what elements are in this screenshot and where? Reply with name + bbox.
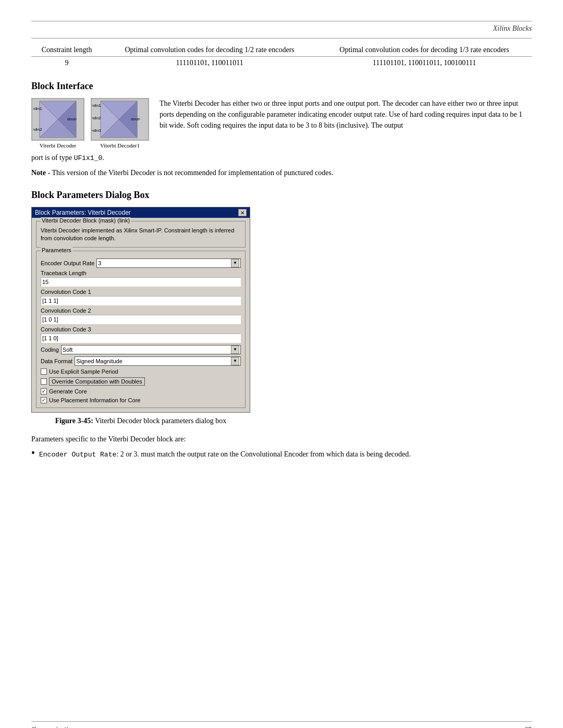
block-interface-heading: Block Interface bbox=[31, 81, 532, 92]
conv-code3-input[interactable] bbox=[41, 334, 241, 343]
coding-label: Coding bbox=[41, 347, 59, 353]
footer-right: 69 bbox=[525, 725, 532, 728]
params-intro: Parameters specific to the Viterbi Decod… bbox=[31, 434, 532, 445]
decoder1-label: Viterbi Decoder bbox=[40, 142, 77, 149]
traceback-length-input[interactable] bbox=[41, 277, 241, 287]
note-bold: Note bbox=[31, 169, 46, 177]
col-header-third-rate: Optimal convolution codes for decoding 1… bbox=[317, 44, 532, 57]
constraint-table: Constraint length Optimal convolution co… bbox=[31, 44, 532, 69]
traceback-length-label: Traceback Length bbox=[41, 270, 241, 276]
conv-code2-input-wrap bbox=[41, 315, 241, 324]
decoder-images: ›din1 ›din2 dout› Viterbi Decoder bbox=[31, 98, 149, 149]
block-params-heading: Block Parameters Dialog Box bbox=[31, 190, 532, 201]
decoder1-diagram: ›din1 ›din2 dout› bbox=[31, 98, 84, 141]
dialog-group-content: Viterbi Decoder implemented as Xilinx Sm… bbox=[41, 227, 241, 243]
conv-code1-label: Convolution Code 1 bbox=[41, 289, 241, 295]
figure-caption: Figure 3-45: Viterbi Decoder block param… bbox=[31, 417, 250, 425]
port-type-para: port is of type UFix1_0. bbox=[31, 154, 532, 162]
dialog-box: Block Parameters: Viterbi Decoder ✕ Vite… bbox=[31, 207, 250, 413]
bottom-rule bbox=[31, 721, 532, 722]
cell-constraint: 9 bbox=[31, 57, 102, 70]
encoder-output-rate-label: Encoder Output Rate bbox=[41, 260, 94, 266]
params-description: Parameters specific to the Viterbi Decod… bbox=[31, 434, 532, 460]
encoder-output-rate-dropdown-btn[interactable]: ▼ bbox=[231, 259, 239, 267]
page: Xilinx Blocks Constraint length Optimal … bbox=[0, 21, 563, 728]
encoder-output-rate-select[interactable]: 3 ▼ bbox=[96, 258, 241, 268]
table-section: Constraint length Optimal convolution co… bbox=[31, 38, 532, 69]
svg-text:›din1: ›din1 bbox=[33, 106, 42, 111]
col-header-half-rate: Optimal convolution codes for decoding 1… bbox=[102, 44, 317, 57]
checkbox-generate-core-box[interactable]: ✓ bbox=[41, 388, 47, 394]
checkbox-use-explicit-sample-period-box[interactable] bbox=[41, 368, 47, 375]
conv-code2-label: Convolution Code 2 bbox=[41, 307, 241, 314]
data-format-row: Data Format Signed Magnitude ▼ bbox=[41, 356, 241, 366]
decoder2-diagram: ›din1 ›din2 ›din3 dout› bbox=[91, 98, 149, 141]
footer-left: Communication bbox=[31, 725, 75, 728]
coding-dropdown-btn[interactable]: ▼ bbox=[231, 346, 239, 354]
data-format-dropdown-btn[interactable]: ▼ bbox=[231, 357, 239, 365]
bullet-dot-1: • bbox=[31, 448, 35, 458]
figure-caption-text: Viterbi Decoder block parameters dialog … bbox=[95, 417, 226, 425]
block-interface-text: The Viterbi Decoder has either two or th… bbox=[160, 98, 532, 131]
data-format-select[interactable]: Signed Magnitude ▼ bbox=[75, 356, 241, 366]
data-format-label: Data Format bbox=[41, 358, 72, 364]
coding-row: Coding Soft ▼ bbox=[41, 345, 241, 354]
dialog-params-title: Parameters bbox=[41, 247, 72, 253]
checkbox-generate-core[interactable]: ✓ Generate Core bbox=[41, 388, 241, 394]
svg-text:›din2: ›din2 bbox=[92, 116, 101, 120]
dialog-group-description: Viterbi Decoder Block (mask) (link) Vite… bbox=[36, 221, 246, 248]
dialog-section: Block Parameters Dialog Box Block Parame… bbox=[31, 190, 532, 460]
checkbox-use-explicit-sample-period-label: Use Explicit Sample Period bbox=[49, 368, 118, 375]
svg-text:›din1: ›din1 bbox=[92, 103, 101, 108]
encoder-output-rate-value: 3 bbox=[98, 260, 231, 266]
svg-text:›din2: ›din2 bbox=[33, 127, 42, 132]
main-content: Constraint length Optimal convolution co… bbox=[0, 38, 563, 460]
decoder2-block: ›din1 ›din2 ›din3 dout› Viterbi Decoder1 bbox=[91, 98, 149, 149]
traceback-length-input-wrap bbox=[41, 277, 241, 287]
checkbox-use-placement-info-label: Use Placement Information for Core bbox=[49, 397, 140, 403]
decoder1-block: ›din1 ›din2 dout› Viterbi Decoder bbox=[31, 98, 84, 149]
dialog-params-group: Parameters Encoder Output Rate 3 ▼ Trace… bbox=[36, 251, 246, 408]
page-header: Xilinx Blocks bbox=[0, 21, 563, 33]
svg-text:›din3: ›din3 bbox=[92, 128, 101, 133]
figure-number: Figure 3-45: bbox=[55, 417, 93, 425]
dialog-group-title: Viterbi Decoder Block (mask) (link) bbox=[41, 217, 131, 224]
conv-code1-input[interactable] bbox=[41, 296, 241, 305]
table-row: 9 111101101, 110011011 111101101, 110011… bbox=[31, 57, 532, 70]
checkbox-use-placement-info-box[interactable]: ✓ bbox=[41, 397, 47, 403]
conv-code2-input[interactable] bbox=[41, 315, 241, 324]
port-type-code: UFix1_0 bbox=[74, 154, 103, 162]
dialog-close-button[interactable]: ✕ bbox=[238, 209, 247, 216]
checkbox-generate-core-label: Generate Core bbox=[49, 388, 87, 394]
dialog-title: Block Parameters: Viterbi Decoder bbox=[35, 209, 131, 216]
coding-select[interactable]: Soft ▼ bbox=[61, 345, 241, 354]
footer-area: Communication 69 bbox=[0, 721, 563, 728]
dialog-body: Viterbi Decoder Block (mask) (link) Vite… bbox=[32, 218, 250, 412]
checkbox-override-computation[interactable]: Override Computation with Doubles bbox=[41, 377, 241, 386]
decoder2-svg: ›din1 ›din2 ›din3 dout› bbox=[91, 98, 149, 140]
bullet-item-1: • Encoder Output Rate: 2 or 3. must matc… bbox=[31, 449, 532, 460]
footer: Communication 69 bbox=[31, 725, 532, 728]
decoder1-svg: ›din1 ›din2 dout› bbox=[32, 98, 84, 140]
encoder-output-rate-row: Encoder Output Rate 3 ▼ bbox=[41, 258, 241, 268]
coding-value: Soft bbox=[63, 347, 231, 353]
note-text: - This version of the Viterbi Decoder is… bbox=[46, 169, 334, 177]
checkbox-override-computation-label: Override Computation with Doubles bbox=[49, 377, 145, 386]
encoder-output-rate-code: Encoder Output Rate bbox=[39, 451, 116, 459]
block-interface-content: ›din1 ›din2 dout› Viterbi Decoder bbox=[31, 98, 532, 149]
svg-text:dout›: dout› bbox=[131, 117, 141, 121]
bullet-text-1-rest: : 2 or 3. must match the output rate on … bbox=[116, 450, 411, 458]
checkbox-override-computation-box[interactable] bbox=[41, 378, 47, 385]
cell-third-rate: 111101101, 110011011, 100100111 bbox=[317, 57, 532, 70]
note-paragraph: Note - This version of the Viterbi Decod… bbox=[31, 167, 532, 178]
data-format-value: Signed Magnitude bbox=[76, 358, 231, 364]
checkbox-use-placement-info[interactable]: ✓ Use Placement Information for Core bbox=[41, 397, 241, 403]
checkbox-use-explicit-sample-period[interactable]: Use Explicit Sample Period bbox=[41, 368, 241, 375]
svg-text:dout›: dout› bbox=[67, 117, 77, 121]
conv-code1-input-wrap bbox=[41, 296, 241, 305]
cell-half-rate: 111101101, 110011011 bbox=[102, 57, 317, 70]
header-title: Xilinx Blocks bbox=[493, 24, 532, 32]
bullet-text-1: Encoder Output Rate: 2 or 3. must match … bbox=[39, 449, 411, 460]
decoder2-label: Viterbi Decoder1 bbox=[100, 142, 140, 149]
dialog-titlebar: Block Parameters: Viterbi Decoder ✕ bbox=[32, 207, 250, 218]
